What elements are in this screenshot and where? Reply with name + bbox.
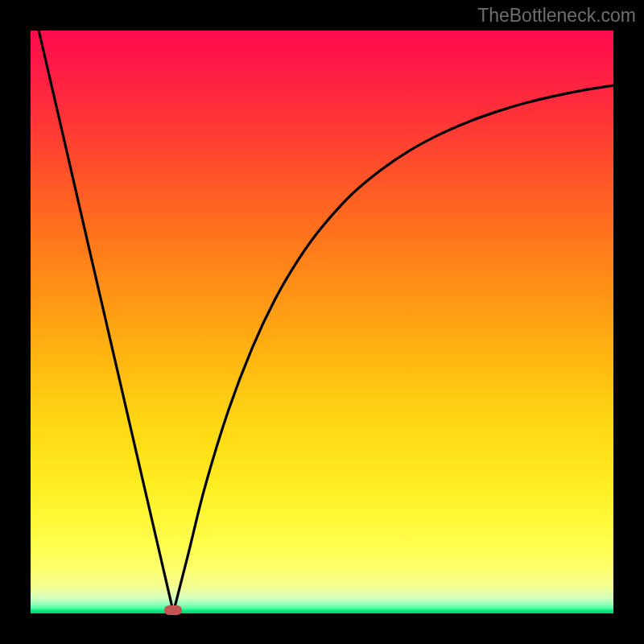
chart-frame: TheBottleneck.com — [0, 0, 644, 644]
bottleneck-curve — [31, 31, 613, 613]
watermark-text: TheBottleneck.com — [477, 5, 636, 27]
plot-area — [31, 31, 613, 613]
minimum-marker — [164, 605, 182, 615]
